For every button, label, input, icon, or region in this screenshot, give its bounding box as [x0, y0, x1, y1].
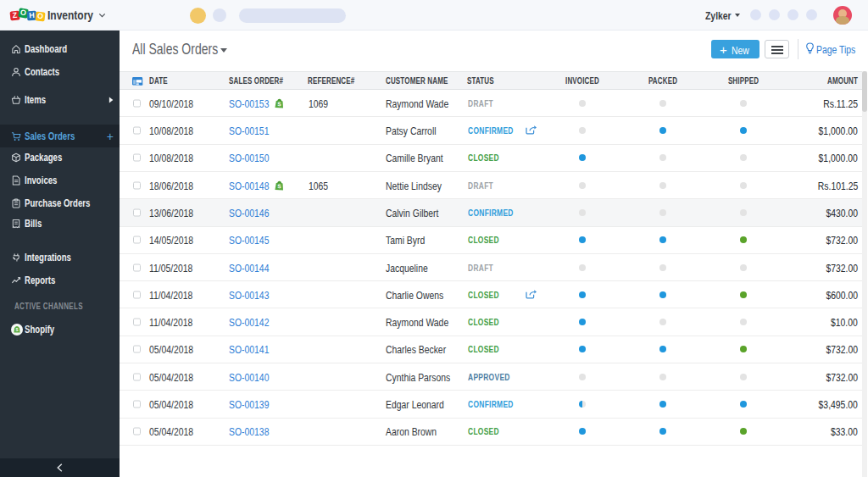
svg-text:S: S: [15, 328, 18, 332]
